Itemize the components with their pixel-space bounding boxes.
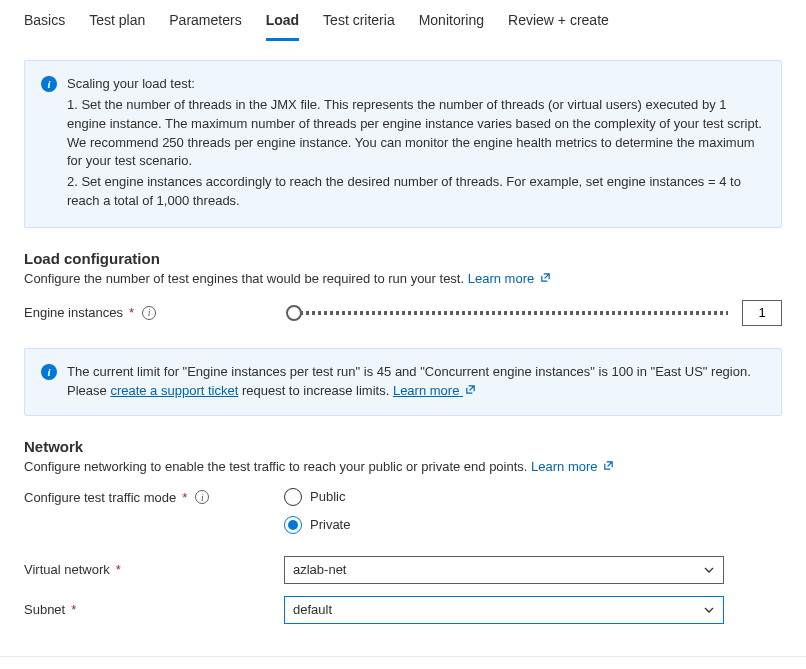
- info-line2: 2. Set engine instances accordingly to r…: [67, 173, 765, 211]
- engine-instances-label: Engine instances: [24, 305, 123, 320]
- section-network-desc: Configure networking to enable the test …: [24, 459, 782, 474]
- subnet-label: Subnet: [24, 602, 65, 617]
- external-link-icon: [465, 384, 476, 395]
- tab-parameters[interactable]: Parameters: [169, 6, 241, 41]
- tab-bar: BasicsTest planParametersLoadTest criter…: [0, 0, 806, 42]
- vnet-label: Virtual network: [24, 562, 110, 577]
- traffic-mode-label: Configure test traffic mode: [24, 490, 176, 505]
- vnet-select[interactable]: azlab-net: [284, 556, 724, 584]
- footer: Previous Next Review + create: [0, 656, 806, 669]
- external-link-icon: [603, 460, 614, 471]
- section-load-desc: Configure the number of test engines tha…: [24, 271, 782, 286]
- tab-monitoring[interactable]: Monitoring: [419, 6, 484, 41]
- learn-more-limit[interactable]: Learn more: [393, 383, 476, 398]
- chevron-down-icon: [703, 564, 715, 576]
- subnet-select[interactable]: default: [284, 596, 724, 624]
- tab-review-create[interactable]: Review + create: [508, 6, 609, 41]
- create-support-ticket-link[interactable]: create a support ticket: [110, 383, 238, 398]
- info-line1: 1. Set the number of threads in the JMX …: [67, 96, 765, 171]
- tab-load[interactable]: Load: [266, 6, 299, 41]
- external-link-icon: [540, 272, 551, 283]
- radio-private[interactable]: Private: [284, 516, 350, 534]
- learn-more-load[interactable]: Learn more: [468, 271, 551, 286]
- required-marker: *: [71, 602, 76, 617]
- required-marker: *: [129, 305, 134, 320]
- section-load-title: Load configuration: [24, 250, 782, 267]
- radio-public[interactable]: Public: [284, 488, 350, 506]
- required-marker: *: [116, 562, 121, 577]
- radio-icon: [284, 488, 302, 506]
- engine-instances-input[interactable]: [742, 300, 782, 326]
- info-outline-icon[interactable]: i: [142, 306, 156, 320]
- info-limit: i The current limit for "Engine instance…: [24, 348, 782, 416]
- section-network-title: Network: [24, 438, 782, 455]
- tab-basics[interactable]: Basics: [24, 6, 65, 41]
- tab-test-criteria[interactable]: Test criteria: [323, 6, 395, 41]
- info-icon: i: [41, 76, 57, 92]
- radio-icon: [284, 516, 302, 534]
- info-outline-icon[interactable]: i: [195, 490, 209, 504]
- chevron-down-icon: [703, 604, 715, 616]
- required-marker: *: [182, 490, 187, 505]
- info-scaling: i Scaling your load test: 1. Set the num…: [24, 60, 782, 228]
- info-icon: i: [41, 364, 57, 380]
- info-title: Scaling your load test:: [67, 75, 765, 94]
- engine-instances-slider[interactable]: [284, 305, 728, 321]
- tab-test-plan[interactable]: Test plan: [89, 6, 145, 41]
- slider-thumb[interactable]: [286, 305, 302, 321]
- learn-more-network[interactable]: Learn more: [531, 459, 614, 474]
